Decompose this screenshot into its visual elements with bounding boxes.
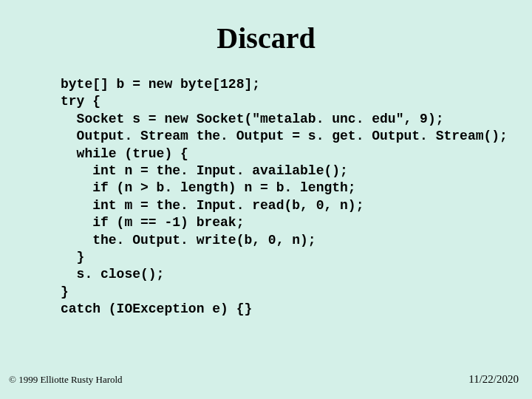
footer-date: 11/22/2020 <box>468 373 519 386</box>
code-line: s. close(); <box>61 267 164 282</box>
code-line: int m = the. Input. read(b, 0, n); <box>61 198 364 213</box>
slide-title: Discard <box>0 21 532 55</box>
code-line: try { <box>61 94 100 109</box>
code-line: catch (IOException e) {} <box>61 301 252 316</box>
code-line: the. Output. write(b, 0, n); <box>61 233 316 248</box>
code-line: Socket s = new Socket("metalab. unc. edu… <box>61 112 443 126</box>
code-line: Output. Stream the. Output = s. get. Out… <box>61 129 508 143</box>
code-line: } <box>61 250 84 265</box>
code-block: byte[] b = new byte[128]; try { Socket s… <box>61 76 532 318</box>
code-line: if (n > b. length) n = b. length; <box>61 180 356 195</box>
code-line: byte[] b = new byte[128]; <box>61 77 260 92</box>
code-line: if (m == -1) break; <box>61 215 244 230</box>
code-line: } <box>61 284 69 299</box>
code-line: while (true) { <box>61 146 188 161</box>
code-line: int n = the. Input. available(); <box>61 163 348 178</box>
footer-copyright: © 1999 Elliotte Rusty Harold <box>9 374 123 386</box>
